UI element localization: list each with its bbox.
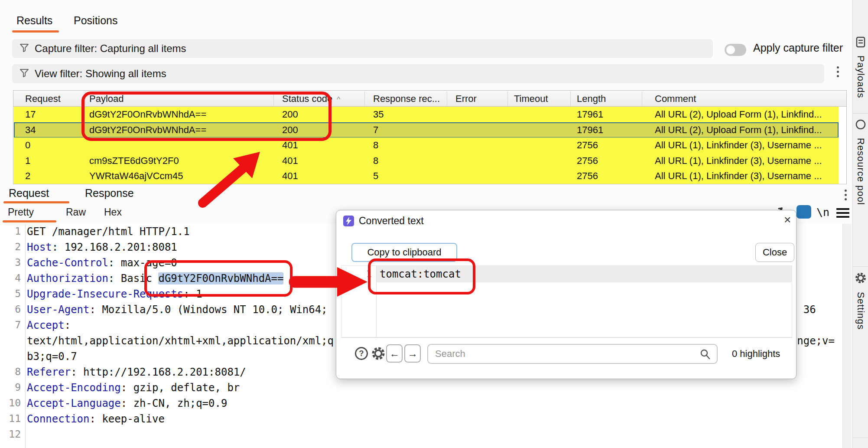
request-line: 10Accept-Language: zh-CN, zh;q=0.9 xyxy=(0,396,842,411)
line-number: 8 xyxy=(0,366,21,377)
side-tab-label: Payloads xyxy=(855,56,866,98)
cell-payload: cm9sZTE6dG9tY2F0 xyxy=(89,155,179,167)
line-number: 11 xyxy=(0,413,21,424)
cell-comment: All URL (2), Upload Form (1), Linkfind..… xyxy=(655,124,822,136)
column-header-timeout[interactable]: Timeout xyxy=(514,93,548,105)
column-divider xyxy=(364,92,365,106)
dialog-title: Converted text xyxy=(359,215,424,227)
sort-ascending-icon: ^ xyxy=(337,95,340,104)
side-tab-settings[interactable]: Settings xyxy=(853,267,868,438)
search-input[interactable] xyxy=(435,347,691,361)
newline-toggle-icon[interactable]: \n xyxy=(816,206,829,219)
column-divider xyxy=(447,92,447,106)
apply-capture-filter-label: Apply capture filter xyxy=(753,42,843,54)
capture-filter-bar[interactable]: Capture filter: Capturing all items xyxy=(12,39,713,58)
copy-to-clipboard-button[interactable]: Copy to clipboard xyxy=(351,243,457,262)
previous-match-button[interactable]: ← xyxy=(386,344,403,363)
table-row[interactable]: 34dG9tY2F0OnRvbWNhdA==200717961All URL (… xyxy=(14,122,839,138)
table-row[interactable]: 17dG9tY2F0OnRvbWNhdA==2003517961All URL … xyxy=(14,107,839,122)
request-line: 11Connection: keep-alive xyxy=(0,411,842,427)
line-number: 1 xyxy=(341,268,372,279)
gutter-divider xyxy=(376,266,377,338)
column-divider xyxy=(570,92,571,106)
filter-funnel-icon xyxy=(19,68,29,80)
resource-pool-icon xyxy=(855,119,866,132)
search-field xyxy=(427,344,718,364)
column-header-status-code[interactable]: Status code^ xyxy=(282,93,340,105)
cell-request: 34 xyxy=(25,124,36,136)
converted-text-area[interactable]: 1 tomcat:tomcat xyxy=(341,265,792,337)
side-tab-label: Settings xyxy=(855,292,866,330)
cell-response_received: 7 xyxy=(373,124,378,136)
column-header-request[interactable]: Request xyxy=(25,93,61,105)
table-row[interactable]: 040182756All URL (1), Linkfinder (3), Us… xyxy=(14,137,839,153)
tab-raw[interactable]: Raw xyxy=(66,206,86,218)
capture-filter-label: Capture filter: Capturing all items xyxy=(35,43,186,55)
cell-request: 0 xyxy=(25,140,30,151)
apply-capture-filter-toggle[interactable] xyxy=(725,44,746,56)
view-filter-menu-icon[interactable] xyxy=(836,66,839,77)
payloads-icon xyxy=(856,36,865,49)
search-icon[interactable] xyxy=(699,349,711,362)
cell-status_code: 401 xyxy=(282,155,298,167)
line-number: 5 xyxy=(0,288,21,299)
line-number: 1 xyxy=(0,226,21,237)
gear-icon xyxy=(855,272,867,286)
toggle-knob xyxy=(726,46,735,54)
next-match-button[interactable]: → xyxy=(404,344,421,363)
active-tab-indicator xyxy=(12,30,59,33)
cell-comment: All URL (2), Upload Form (1), Linkfind..… xyxy=(655,109,822,120)
cell-payload: dG9tY2F0OnRvbWNhdA== xyxy=(89,124,206,136)
table-row[interactable]: 2YWRtaW46ajVCcm4540152756All URL (1), Li… xyxy=(14,168,839,184)
column-header-comment[interactable]: Comment xyxy=(655,93,696,105)
editor-menu-icon[interactable] xyxy=(844,190,847,200)
table-row[interactable]: 1cm9sZTE6dG9tY2F040182756All URL (1), Li… xyxy=(14,153,839,169)
tab-request[interactable]: Request xyxy=(9,187,49,199)
cell-length: 2756 xyxy=(577,170,598,182)
side-tab-payloads[interactable]: Payloads xyxy=(853,31,868,114)
cell-request: 1 xyxy=(25,155,30,167)
highlight-count: 0 highlights xyxy=(732,348,780,360)
cell-comment: All URL (1), Linkfinder (3), Username ..… xyxy=(655,170,822,182)
tab-response[interactable]: Response xyxy=(85,187,134,199)
tab-results[interactable]: Results xyxy=(16,14,52,27)
close-button[interactable]: Close xyxy=(755,243,794,262)
view-filter-bar[interactable]: View filter: Showing all items xyxy=(12,64,824,83)
line-number: 3 xyxy=(0,257,21,268)
line-number: 12 xyxy=(0,428,21,440)
active-message-tab-indicator xyxy=(3,201,69,203)
dialog-divider xyxy=(341,337,792,338)
tab-hex[interactable]: Hex xyxy=(104,206,122,218)
column-header-error[interactable]: Error xyxy=(455,93,477,105)
tab-pretty[interactable]: Pretty xyxy=(8,206,34,218)
line-number: 10 xyxy=(0,397,21,409)
column-header-response-rec[interactable]: Response rec... xyxy=(373,93,440,105)
line-text: Connection: keep-alive xyxy=(27,413,812,425)
cell-payload: YWRtaW46ajVCcm45 xyxy=(89,170,183,182)
column-header-length[interactable]: Length xyxy=(577,93,606,105)
request-line: 12 xyxy=(0,427,842,442)
column-header-payload[interactable]: Payload xyxy=(89,93,124,105)
cell-length: 2756 xyxy=(577,155,598,167)
converted-text-value: tomcat:tomcat xyxy=(380,268,461,280)
selected-editor-option-icon[interactable] xyxy=(796,205,811,219)
column-divider xyxy=(273,92,274,106)
line-number: 7 xyxy=(0,319,21,330)
close-icon[interactable]: × xyxy=(784,213,791,227)
side-tab-label: Resource pool xyxy=(855,138,866,205)
view-filter-label: View filter: Showing all items xyxy=(35,68,166,80)
tab-positions[interactable]: Positions xyxy=(74,14,117,27)
gear-icon[interactable] xyxy=(371,346,386,363)
editor-scrollbar[interactable] xyxy=(842,224,852,448)
editor-settings-menu-icon[interactable] xyxy=(836,208,849,218)
help-icon[interactable]: ? xyxy=(355,347,368,360)
cell-comment: All URL (1), Linkfinder (3), Username ..… xyxy=(655,155,822,167)
side-tab-resource-pool[interactable]: Resource pool xyxy=(853,114,868,267)
line-number: 9 xyxy=(0,382,21,393)
column-divider xyxy=(85,92,85,106)
lightning-icon xyxy=(343,216,354,226)
collapsed-panel-strip: PayloadsResource poolSettings xyxy=(852,0,868,448)
cell-status_code: 200 xyxy=(282,109,298,120)
cell-status_code: 401 xyxy=(282,170,298,182)
line-number: 2 xyxy=(0,241,21,252)
